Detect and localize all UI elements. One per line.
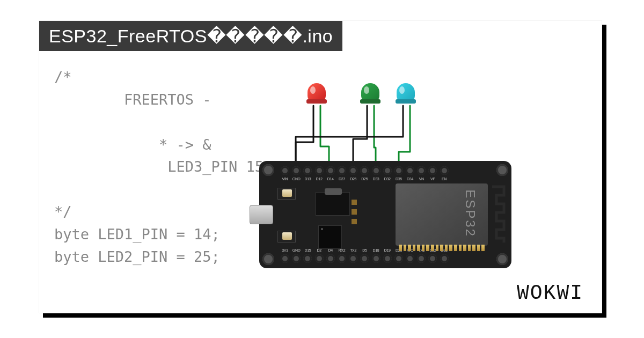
pin-label: D34	[406, 177, 414, 181]
mount-hole	[496, 164, 508, 176]
usb-serial-chip	[318, 225, 342, 249]
pin-label: D26	[349, 177, 357, 181]
pin-label: VP	[428, 177, 437, 181]
pin-label: RX2	[338, 248, 346, 252]
pin-label: VN	[417, 177, 426, 181]
wokwi-logo: WOKWI	[517, 282, 583, 305]
pin-label: D13	[303, 177, 312, 181]
voltage-regulator	[316, 192, 350, 216]
pin-label: D5	[360, 248, 369, 252]
file-title-tab: ESP32_FreeRTOS�����.ino	[39, 21, 342, 51]
pin-label: D32	[383, 177, 392, 181]
boot-button[interactable]	[277, 188, 296, 200]
pin-header-bottom	[281, 254, 449, 263]
pin-label: EN	[440, 177, 449, 181]
pin-label: D27	[338, 177, 346, 181]
code-line: FREERTOS -	[54, 91, 211, 108]
pin-label: D35	[394, 177, 403, 181]
pin-label: D4	[326, 248, 335, 252]
code-snippet: /* FREERTOS - * -> & LED3_PIN 15 */ byte…	[54, 66, 247, 268]
esp32-board: VINGNDD13D12D14D27D26D25D33D32D35D34VNVP…	[259, 161, 511, 268]
circuit-diagram: VINGNDD13D12D14D27D26D25D33D32D35D34VNVP…	[243, 83, 522, 276]
wifi-antenna	[490, 185, 506, 245]
pin-labels-top: VINGNDD13D12D14D27D26D25D33D32D35D34VNVP…	[281, 177, 449, 181]
pin-label: D14	[326, 177, 335, 181]
pin-header-top	[281, 166, 449, 175]
pin-label: D33	[372, 177, 380, 181]
brand-text: WOKWI	[517, 282, 583, 305]
code-line: */	[54, 203, 72, 220]
mount-hole	[262, 253, 274, 265]
content-area: /* FREERTOS - * -> & LED3_PIN 15 */ byte…	[39, 51, 602, 313]
reset-button[interactable]	[277, 231, 296, 243]
pin-label: D25	[360, 177, 369, 181]
mount-hole	[262, 164, 274, 176]
module-pads	[399, 245, 485, 251]
led-green	[360, 83, 380, 113]
esp32-shield: ESP32	[396, 183, 488, 246]
pin-label: D15	[303, 248, 312, 252]
code-line: /*	[54, 69, 72, 85]
pin-label: D19	[383, 248, 392, 252]
code-line: byte LED2_PIN = 25;	[54, 248, 220, 265]
led-red	[306, 83, 327, 113]
chip-label: ESP32	[463, 189, 478, 238]
pin-label: D12	[315, 177, 324, 181]
mount-hole	[496, 253, 508, 265]
pin-label: VIN	[281, 177, 289, 181]
code-line: byte LED1_PIN = 14;	[54, 226, 220, 243]
pin-label: 3V3	[281, 248, 289, 252]
pin-label: D18	[372, 248, 380, 252]
code-line: LED3_PIN 15	[54, 158, 264, 175]
pin-label: GND	[292, 177, 301, 181]
file-title-text: ESP32_FreeRTOS�����.ino	[49, 26, 333, 46]
preview-card: ESP32_FreeRTOS�����.ino /* FREERTOS - * …	[39, 20, 602, 313]
usb-port	[250, 205, 273, 224]
pin-label: GND	[292, 248, 301, 252]
capacitors	[352, 200, 357, 224]
pin-label: D2	[315, 248, 324, 252]
led-blue	[396, 83, 416, 113]
pin-label: TX2	[349, 248, 357, 252]
code-line: * -> &	[54, 136, 211, 153]
